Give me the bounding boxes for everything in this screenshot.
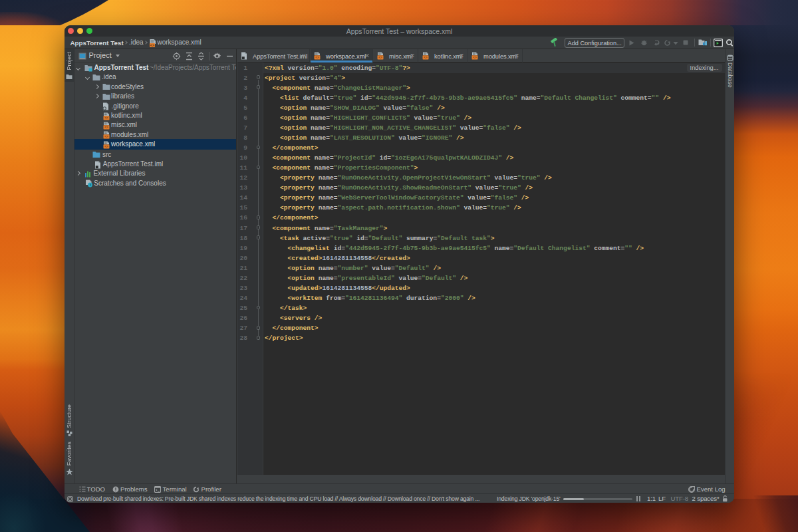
svg-text:<>: <> xyxy=(104,126,108,129)
svg-text:<>: <> xyxy=(473,56,477,59)
svg-text:<>: <> xyxy=(378,56,382,59)
svg-text:<>: <> xyxy=(104,116,108,120)
svg-text:<>: <> xyxy=(150,43,154,47)
svg-text:<>: <> xyxy=(104,135,108,138)
svg-text:<>: <> xyxy=(424,56,428,59)
svg-text:<>: <> xyxy=(315,56,319,59)
svg-text:<>: <> xyxy=(104,145,108,148)
